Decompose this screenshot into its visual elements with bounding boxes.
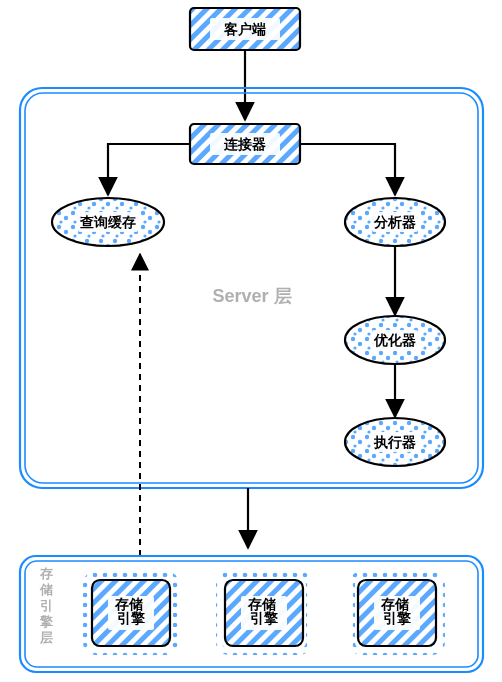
cache-label: 查询缓存 [79, 214, 136, 230]
connector-node: 连接器 [190, 124, 300, 164]
client-label: 客户端 [223, 21, 266, 37]
storage1-label: 存储 引擎 [114, 596, 147, 626]
executor-node: 执行器 [345, 418, 445, 466]
cache-node: 查询缓存 [52, 198, 164, 246]
optimizer-label: 优化器 [373, 332, 416, 348]
storage-layer-label: 存 储 引 擎 层 [39, 566, 57, 645]
connector-label: 连接器 [223, 136, 266, 152]
executor-label: 执行器 [373, 434, 416, 450]
storage2-label: 存储 引擎 [247, 596, 280, 626]
storage-engine-2: 存储 引擎 [219, 574, 309, 652]
analyzer-label: 分析器 [373, 214, 416, 230]
server-layer-label: Server 层 [212, 286, 291, 306]
storage-engine-3: 存储 引擎 [352, 574, 442, 652]
architecture-diagram: 客户端 Server 层 连接器 查询缓存 分析器 优化器 [0, 0, 502, 682]
edge-connector-analyzer [300, 144, 395, 195]
analyzer-node: 分析器 [345, 198, 445, 246]
optimizer-node: 优化器 [345, 316, 445, 364]
client-node: 客户端 [190, 8, 300, 50]
storage-engine-1: 存储 引擎 [86, 574, 176, 652]
edge-connector-cache [108, 144, 190, 195]
storage3-label: 存储 引擎 [380, 596, 413, 626]
